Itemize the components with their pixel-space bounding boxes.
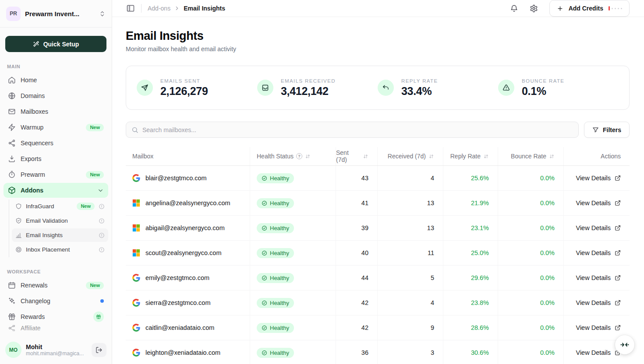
- stats-card: EMAILS SENT2,126,279EMAILS RECEIVED3,412…: [126, 66, 630, 110]
- health-status-cell: Healthy: [250, 216, 336, 240]
- stat-value: 3,412,142: [281, 85, 336, 98]
- check-circle-icon: [262, 350, 267, 356]
- view-details-button[interactable]: View Details: [576, 299, 621, 306]
- quick-setup-button[interactable]: Quick Setup: [5, 36, 106, 52]
- stat-label: BOUNCE RATE: [522, 78, 564, 84]
- health-status-badge: Healthy: [257, 223, 294, 233]
- sidebar-toggle-button[interactable]: [126, 4, 135, 13]
- sidebar-item-label: Sequencers: [21, 140, 104, 147]
- help-icon[interactable]: ?: [296, 153, 302, 159]
- logout-button[interactable]: [92, 343, 106, 357]
- sidebar-item-prewarm[interactable]: PrewarmNew: [4, 167, 108, 182]
- view-details-button[interactable]: View Details: [576, 224, 621, 231]
- info-icon[interactable]: [99, 232, 105, 238]
- workspace-switcher[interactable]: PR Prewarm Invent...: [0, 0, 112, 28]
- unread-dot: [100, 299, 104, 303]
- table-row: caitlin@xeniadataio.comHealthy42928.6%0.…: [126, 315, 630, 340]
- sidebar-item-addons[interactable]: Addons: [4, 183, 108, 198]
- info-icon[interactable]: [99, 247, 105, 253]
- sidebar-item-warmup[interactable]: WarmupNew: [4, 120, 108, 135]
- alert-triangle-icon: [498, 80, 514, 96]
- column-header-reply-rate[interactable]: Reply Rate: [443, 147, 498, 165]
- info-icon[interactable]: [99, 218, 105, 224]
- sidebar-item-rewards[interactable]: Rewards: [4, 309, 108, 324]
- breadcrumb-parent[interactable]: Add-ons: [148, 5, 170, 12]
- sidebar-item-label: Addons: [21, 187, 92, 194]
- package-icon: [8, 186, 16, 194]
- chevrons-up-down-icon: [99, 10, 106, 17]
- external-link-icon: [615, 325, 621, 331]
- mailbox-email: scout@zealsynergyco.com: [145, 249, 221, 256]
- view-details-button[interactable]: View Details: [576, 349, 621, 356]
- search-box: [126, 122, 579, 138]
- content: Email Insights Monitor mailbox health an…: [112, 17, 644, 364]
- column-header-health-status[interactable]: Health Status ?: [250, 147, 336, 165]
- column-header-bounce-rate[interactable]: Bounce Rate: [498, 147, 564, 165]
- shield-check-icon: [15, 217, 22, 224]
- column-header-received[interactable]: Received (7d): [378, 147, 443, 165]
- page-subtitle: Monitor mailbox health and email activit…: [126, 46, 630, 52]
- subnav-item-infraguard[interactable]: InfraGuardNew: [12, 200, 108, 213]
- column-header-sent[interactable]: Sent (7d): [336, 147, 378, 165]
- subnav-item-label: Email Insights: [26, 232, 95, 238]
- view-details-button[interactable]: View Details: [576, 274, 621, 281]
- view-details-label: View Details: [576, 224, 611, 231]
- search-input[interactable]: [142, 126, 573, 133]
- subnav-item-email-insights[interactable]: Email Insights: [12, 228, 108, 242]
- table-row: abigail@zealsynergyco.comHealthy391323.1…: [126, 216, 630, 241]
- mailbox-email: sierra@zestgtmco.com: [145, 299, 210, 306]
- stat-value: 2,126,279: [160, 85, 208, 98]
- column-header-mailbox[interactable]: Mailbox: [126, 147, 250, 165]
- sort-icon: [483, 154, 489, 159]
- sidebar-item-sequencers[interactable]: Sequencers: [4, 136, 108, 150]
- bounce-rate-cell: 0.0%: [498, 340, 564, 364]
- view-details-button[interactable]: View Details: [576, 175, 621, 182]
- info-icon[interactable]: [99, 203, 105, 210]
- sidebar-item-home[interactable]: Home: [4, 73, 108, 88]
- view-details-button[interactable]: View Details: [576, 249, 621, 256]
- filters-button[interactable]: Filters: [584, 122, 630, 138]
- health-status-badge: Healthy: [257, 248, 294, 258]
- health-status-cell: Healthy: [250, 241, 336, 265]
- subnav-item-inbox-placement[interactable]: Inbox Placement: [12, 243, 108, 256]
- sent-cell: 43: [336, 166, 378, 190]
- sidebar-item-label: Domains: [21, 92, 104, 99]
- view-details-button[interactable]: View Details: [576, 200, 621, 206]
- mailbox-cell: angelina@zealsynergyco.com: [126, 191, 250, 215]
- quick-setup-label: Quick Setup: [43, 41, 79, 48]
- topbar: Add-ons Email Insights Add Cred: [112, 0, 644, 17]
- new-badge: New: [86, 282, 104, 289]
- sidebar-item-domains[interactable]: Domains: [4, 88, 108, 103]
- target-icon: [15, 246, 22, 253]
- settings-button[interactable]: [530, 4, 538, 13]
- mailbox-cell: blair@zestgtmco.com: [126, 166, 250, 190]
- bounce-rate-cell: 0.0%: [498, 241, 564, 265]
- bounce-rate-cell: 0.0%: [498, 290, 564, 315]
- view-details-label: View Details: [576, 299, 611, 306]
- table-row: leighton@xeniadataio.comHealthy36330.6%0…: [126, 340, 630, 364]
- sidebar-item-label: Home: [21, 77, 104, 84]
- sidebar-item-mailboxes[interactable]: Mailboxes: [4, 104, 108, 119]
- received-cell: 11: [378, 241, 443, 265]
- view-details-button[interactable]: View Details: [576, 324, 621, 331]
- new-badge: New: [86, 124, 104, 131]
- mailbox-table: Mailbox Health Status ? Sent (7d) Re: [126, 147, 630, 364]
- sent-cell: 36: [336, 340, 378, 364]
- panel-left-icon: [126, 4, 135, 13]
- health-status-badge: Healthy: [257, 173, 294, 183]
- bounce-rate-cell: 0.0%: [498, 216, 564, 240]
- sent-cell: 42: [336, 290, 378, 315]
- subnav-item-label: Email Validation: [26, 217, 95, 224]
- subnav-item-email-validation[interactable]: Email Validation: [12, 214, 108, 228]
- add-credits-button[interactable]: Add Credits: [549, 0, 630, 17]
- user-footer: MO Mohit mohit.mimani@magica...: [0, 336, 112, 364]
- sidebar-item-renewals[interactable]: RenewalsNew: [4, 278, 108, 293]
- home-icon: [8, 76, 16, 84]
- sidebar-item-exports[interactable]: Exports: [4, 151, 108, 166]
- mailbox-cell: emily@zestgtmco.com: [126, 266, 250, 290]
- google-icon: [132, 274, 140, 282]
- table-header-row: Mailbox Health Status ? Sent (7d) Re: [126, 147, 630, 166]
- sidebar-item-changelog[interactable]: Changelog: [4, 294, 108, 308]
- notifications-button[interactable]: [510, 4, 518, 13]
- collapse-widget-button[interactable]: [615, 335, 634, 354]
